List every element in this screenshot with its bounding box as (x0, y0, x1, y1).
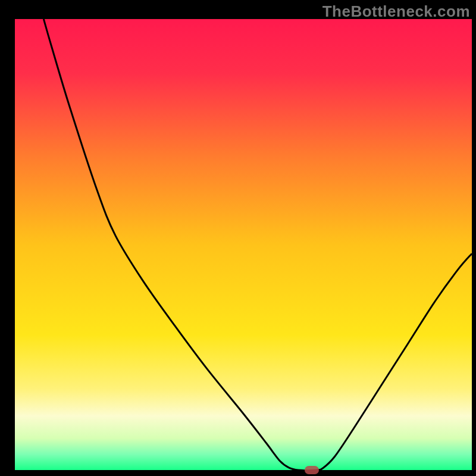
bottleneck-chart (0, 0, 476, 476)
chart-container: TheBottleneck.com (0, 0, 476, 476)
optimal-point-marker (305, 466, 319, 474)
watermark-text: TheBottleneck.com (322, 2, 470, 21)
plot-background (15, 19, 472, 470)
